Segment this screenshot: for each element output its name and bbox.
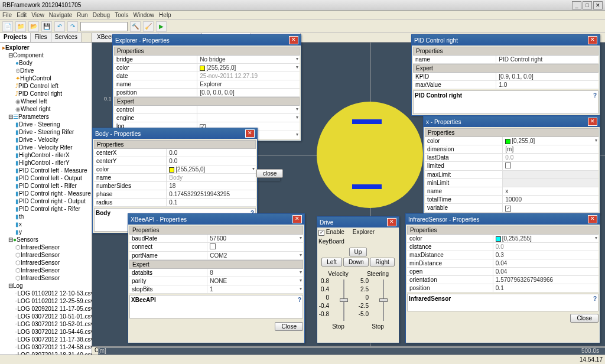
menu-window[interactable]: Window bbox=[134, 12, 155, 18]
left-button[interactable]: Left bbox=[321, 258, 342, 266]
robot-bar-bottom bbox=[352, 184, 382, 189]
close-button[interactable]: Close bbox=[275, 322, 303, 331]
close-icon[interactable]: ✕ bbox=[387, 218, 396, 226]
drive-window[interactable]: Drive✕ ✓ Enable Explorer KeyBoard Up Lef… bbox=[317, 216, 399, 343]
menu-edit[interactable]: Edit bbox=[17, 12, 27, 18]
steering-slider[interactable] bbox=[375, 280, 392, 321]
minimize-button[interactable]: _ bbox=[572, 1, 581, 9]
x-properties-window[interactable]: x - Properties✕ Properties color[0,255,0… bbox=[423, 116, 600, 214]
tab-services[interactable]: Services bbox=[51, 33, 82, 42]
app-titlebar: RBFramework 201204101705 _ □ ✕ bbox=[0, 0, 605, 11]
close-button[interactable]: ✕ bbox=[593, 1, 603, 9]
velocity-slider[interactable] bbox=[335, 280, 353, 321]
redo-icon[interactable]: ↷ bbox=[67, 21, 78, 32]
xbeeapi-properties-window[interactable]: XBeeAPI - Properties✕ Properties baudRat… bbox=[128, 213, 305, 343]
pid-properties-window[interactable]: PID Control right✕ Properties namePID Co… bbox=[411, 34, 600, 116]
toolbar: 📄 📁 📂 💾 ↶ ↷ 🔨 🧹 ▶ bbox=[0, 20, 605, 33]
project-tree[interactable]: ▸ Explorer ⊟ Component ● Body ⊝ Drive ✦ … bbox=[0, 43, 92, 355]
menu-file[interactable]: File bbox=[2, 12, 12, 18]
menubar: File Edit View Navigate Run Debug Tools … bbox=[0, 11, 605, 20]
close-icon[interactable]: ✕ bbox=[588, 118, 597, 126]
down-button[interactable]: Down bbox=[343, 258, 369, 266]
new-project-icon[interactable]: 📁 bbox=[15, 21, 26, 32]
maximize-button[interactable]: □ bbox=[583, 1, 592, 9]
up-button[interactable]: Up bbox=[349, 248, 367, 256]
right-button[interactable]: Right bbox=[370, 258, 394, 266]
clean-icon[interactable]: 🧹 bbox=[143, 21, 154, 32]
explorer-properties-window[interactable]: Explorer - Properties✕ Properties bridge… bbox=[112, 34, 301, 141]
menu-help[interactable]: Help bbox=[159, 12, 171, 18]
robot-body bbox=[317, 102, 423, 208]
infrared-properties-window[interactable]: InfraredSensor - Properties✕ Properties … bbox=[405, 213, 600, 343]
close-button[interactable]: Close bbox=[570, 314, 599, 323]
robot-bar-top bbox=[352, 119, 382, 124]
hidden-close-button[interactable]: close bbox=[256, 169, 280, 181]
statusbar: 14.54.17 bbox=[0, 355, 605, 364]
app-title: RBFramework 201204101705 bbox=[2, 2, 572, 8]
save-icon[interactable]: 💾 bbox=[41, 21, 52, 32]
menu-view[interactable]: View bbox=[31, 12, 44, 18]
config-combo[interactable] bbox=[80, 22, 128, 31]
close-icon[interactable]: ✕ bbox=[588, 36, 597, 44]
close-icon[interactable]: ✕ bbox=[289, 36, 298, 44]
close-icon[interactable]: ✕ bbox=[588, 215, 597, 223]
status-time: 14.54.17 bbox=[580, 356, 603, 363]
tab-projects[interactable]: Projects bbox=[0, 33, 31, 42]
close-icon[interactable]: ✕ bbox=[245, 129, 255, 138]
run-icon[interactable]: ▶ bbox=[156, 21, 167, 32]
menu-run[interactable]: Run bbox=[77, 12, 87, 18]
close-icon[interactable]: ✕ bbox=[292, 215, 302, 223]
sidebar: Projects Files Services ▸ Explorer ⊟ Com… bbox=[0, 33, 92, 355]
menu-navigate[interactable]: Navigate bbox=[49, 12, 72, 18]
new-file-icon[interactable]: 📄 bbox=[2, 21, 13, 32]
tab-files[interactable]: Files bbox=[31, 33, 51, 42]
menu-tools[interactable]: Tools bbox=[115, 12, 128, 18]
menu-debug[interactable]: Debug bbox=[93, 12, 110, 18]
build-icon[interactable]: 🔨 bbox=[130, 21, 141, 32]
undo-icon[interactable]: ↶ bbox=[54, 21, 65, 32]
content-area: XBeeControl Window Test Window Scope Win… bbox=[92, 33, 605, 355]
open-icon[interactable]: 📂 bbox=[28, 21, 39, 32]
